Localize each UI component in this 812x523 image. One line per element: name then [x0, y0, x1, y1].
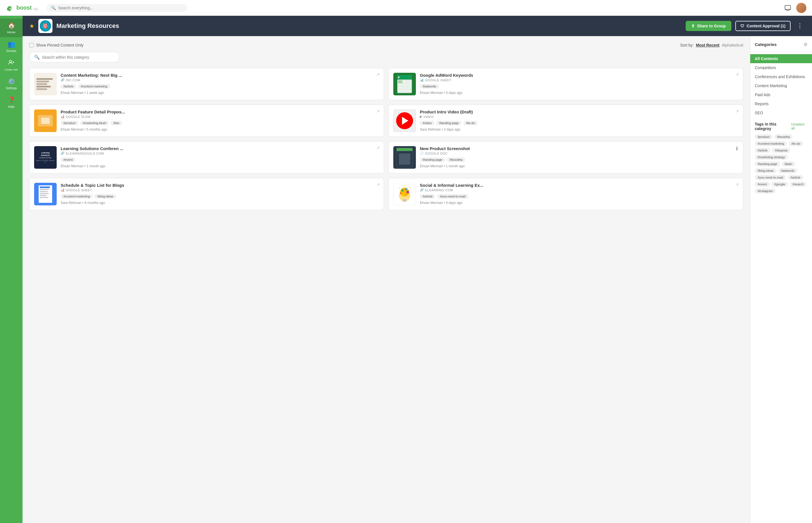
card-title: Schedule & Topic List for Blogs: [61, 183, 379, 187]
tag-pill[interactable]: #content-marketing: [755, 141, 787, 146]
user-avatar[interactable]: [796, 3, 806, 13]
card-tags: #article #content-marketing: [61, 84, 379, 89]
sidebar-item-settings[interactable]: ⚙️ Settings: [0, 74, 22, 93]
sort-most-recent[interactable]: Most Recent: [696, 43, 719, 48]
category-item-seo[interactable]: SEO: [750, 108, 812, 118]
sidebar-label-help: Help: [8, 105, 15, 108]
tag[interactable]: #content-marketing: [78, 84, 110, 89]
sort-label: Sort by:: [680, 43, 694, 48]
card-tags: #adwords: [420, 84, 738, 89]
tag-pill[interactable]: #search: [790, 182, 806, 187]
tag[interactable]: #blog-ideas: [94, 194, 116, 199]
sort-alphabetical[interactable]: Alphabetical: [722, 43, 743, 48]
svg-rect-0: [785, 5, 791, 9]
svg-point-1: [10, 60, 12, 62]
sidebar-item-home[interactable]: 🏠 Home: [0, 19, 22, 37]
show-pinned-label[interactable]: Show Pinned Content Only: [29, 43, 83, 48]
categories-settings-icon[interactable]: ⚙: [804, 42, 808, 47]
categories-divider: [750, 52, 812, 52]
card-info: Schedule & Topic List for Blogs 📊 GOOGLE…: [61, 183, 379, 205]
tag[interactable]: #marketing-blurb: [80, 121, 109, 125]
card-source: 📊 GOOGLE SLIDE: [61, 115, 379, 119]
category-search-bar[interactable]: 🔍: [29, 52, 119, 62]
category-item-reports[interactable]: Reports: [750, 99, 812, 108]
tag-pill[interactable]: #instagram: [755, 188, 776, 194]
slides-icon: [38, 115, 53, 126]
tag[interactable]: #content-marketing: [61, 194, 93, 199]
tag-pill[interactable]: #blog-ideas: [755, 168, 776, 173]
tag[interactable]: #article: [420, 194, 435, 199]
card-new-product-screenshot[interactable]: New Product Screenshot 📄 GOOGLE DOC #lan…: [389, 141, 743, 174]
card-google-adword[interactable]: Google AdWord Keywords 📊 GOOGLE SHEET #a…: [389, 68, 743, 100]
card-tags: #article #you-need-to-read: [420, 194, 738, 199]
category-item-content-marketing[interactable]: Content Marketing: [750, 81, 812, 90]
card-title: New Product Screenshot: [420, 146, 738, 151]
card-info: Google AdWord Keywords 📊 GOOGLE SHEET #a…: [420, 73, 738, 95]
card-content-marketing[interactable]: Content Marketing: Next Big ... 🔗 INC.CO…: [29, 68, 384, 100]
favorite-star-icon[interactable]: ★: [29, 22, 34, 29]
svg-point-9: [406, 191, 409, 194]
category-item-competitors[interactable]: Competitors: [750, 63, 812, 72]
tag-pill[interactable]: #skyprep: [772, 148, 790, 153]
download-icon[interactable]: ⬇: [735, 146, 739, 152]
tag[interactable]: #landing-page: [436, 121, 461, 125]
categories-title: Categories: [755, 42, 777, 47]
global-search-input[interactable]: [58, 6, 183, 10]
show-pinned-checkbox[interactable]: [29, 43, 34, 48]
tag-pill[interactable]: #adwords: [778, 168, 797, 173]
category-item-paid-ads[interactable]: Paid Ads: [750, 90, 812, 99]
card-thumb-article: [34, 73, 57, 95]
tag-pill[interactable]: #you-need-to-read: [755, 175, 786, 180]
tag-pill[interactable]: #landing-page: [755, 161, 780, 166]
tag-pill[interactable]: #article: [755, 148, 770, 153]
category-search-input[interactable]: [42, 55, 115, 59]
tag[interactable]: #you-need-to-read: [437, 194, 468, 199]
tag-pill[interactable]: #boosthq: [774, 134, 793, 139]
sidebar-item-help[interactable]: ❓ Help: [0, 93, 22, 112]
card-title: Product Intro Video (Draft): [420, 109, 738, 114]
tag[interactable]: #boosthq: [447, 157, 465, 162]
card-meta: Ehsan Mermari • 1 month ago: [420, 164, 738, 168]
slides-source-icon: 📊: [61, 115, 65, 119]
sidebar-item-create-user[interactable]: Create User: [0, 56, 22, 74]
tag[interactable]: #video: [420, 121, 434, 125]
content-approval-button[interactable]: 🛡 Content Approval (1): [735, 21, 791, 31]
chat-icon[interactable]: [784, 4, 792, 12]
unselect-all-button[interactable]: Unselect all: [791, 122, 808, 130]
card-product-feature[interactable]: Product Feature Detail Propos... 📊 GOOGL…: [29, 105, 384, 137]
card-product-video[interactable]: Product Intro Video (Draft) ▶ VIDEO #vid…: [389, 105, 743, 137]
main-layout: 🏠 Home 👥 Groups Create User ⚙️ Settings …: [0, 16, 812, 523]
global-search-bar[interactable]: 🔍: [46, 4, 188, 12]
tag[interactable]: #event: [61, 157, 76, 162]
approval-btn-label: Content Approval (1): [747, 24, 786, 28]
svg-line-15: [409, 187, 410, 188]
tag[interactable]: #to-do: [463, 121, 478, 125]
tag-pill[interactable]: #article: [788, 175, 803, 180]
card-meta: Sara Rehman • 2 days ago: [420, 127, 738, 131]
card-learning-solutions[interactable]: LearningSolutionsConference & Expo March…: [29, 141, 384, 174]
tag-pill[interactable]: #google: [771, 182, 788, 187]
tag[interactable]: #adwords: [420, 84, 439, 89]
sidebar-item-groups[interactable]: 👥 Groups: [0, 37, 22, 56]
card-tags: #event: [61, 157, 379, 162]
tag-pill[interactable]: #event: [755, 182, 770, 187]
tag[interactable]: #landing-page: [420, 157, 445, 162]
tag-pill[interactable]: #to-do: [789, 141, 803, 146]
category-item-all-contents[interactable]: All Contents: [750, 54, 812, 63]
card-social-informal-learning[interactable]: Social & Informal Learning Ex... 🔗 ELEAR…: [389, 178, 743, 210]
tag-pill[interactable]: #product: [755, 134, 773, 139]
card-schedule-topic-list[interactable]: Schedule & Topic List for Blogs 📊 GOOGLE…: [29, 178, 384, 210]
card-source: 📊 GOOGLE SHEET: [61, 188, 379, 192]
external-link-icon: ↗: [376, 72, 380, 77]
tag[interactable]: #product: [61, 121, 78, 125]
external-link-icon: ↗: [736, 182, 739, 187]
card-source: 📄 GOOGLE DOC: [420, 151, 738, 155]
tag[interactable]: #article: [61, 84, 76, 89]
category-item-conferences[interactable]: Conferences and Exhibitions: [750, 72, 812, 81]
share-to-group-button[interactable]: ⬆ Share to Group: [686, 21, 731, 31]
card-info: Learning Solutions Conferen ... 🔗 ELEARN…: [61, 146, 379, 168]
tag[interactable]: #lan: [111, 121, 122, 125]
more-options-button[interactable]: ⋮: [794, 21, 805, 31]
tag-pill[interactable]: #marketing-strategy: [755, 155, 788, 160]
tag-pill[interactable]: #plan: [782, 161, 795, 166]
